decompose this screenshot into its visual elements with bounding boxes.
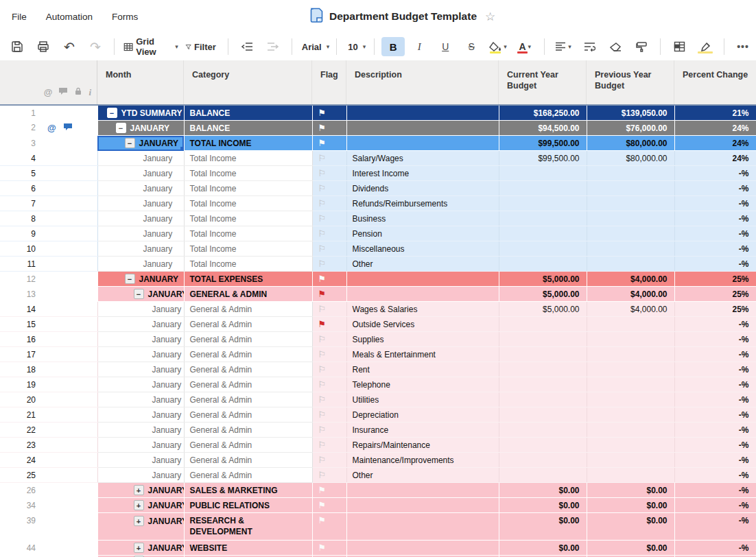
row-number-cell[interactable]: 44	[0, 541, 97, 556]
expand-icon[interactable]: +	[134, 543, 144, 553]
previous-year-budget-cell[interactable]	[587, 347, 674, 362]
comment-icon[interactable]	[63, 123, 73, 133]
row-number-cell[interactable]: 7	[0, 196, 97, 211]
percent-change-cell[interactable]: 25%	[674, 287, 756, 302]
current-year-budget-cell[interactable]: $5,000.00	[499, 272, 587, 287]
underline-button[interactable]: U	[434, 37, 457, 56]
category-cell[interactable]: Total Income	[184, 257, 312, 272]
category-cell[interactable]: BALANCE	[184, 121, 312, 136]
month-cell[interactable]: January	[97, 166, 184, 181]
current-year-budget-cell[interactable]	[499, 317, 587, 332]
collapse-icon[interactable]: −	[116, 123, 126, 133]
percent-change-cell[interactable]: -%	[674, 453, 756, 468]
row-number-cell[interactable]: 24	[0, 453, 97, 468]
category-cell[interactable]: Total Income	[184, 181, 312, 196]
percent-change-cell[interactable]: -%	[674, 407, 756, 423]
column-header-current-year[interactable]: Current Year Budget	[499, 60, 587, 104]
expand-icon[interactable]: +	[134, 516, 144, 526]
flag-cell[interactable]: ⚐	[312, 226, 346, 241]
flag-icon[interactable]: ⚐	[318, 410, 327, 420]
category-cell[interactable]: SALES & MARKETING	[184, 483, 312, 498]
description-cell[interactable]: Other	[346, 257, 499, 272]
description-cell[interactable]	[346, 541, 499, 556]
description-cell[interactable]: Interest Income	[346, 166, 499, 181]
description-cell[interactable]: Insurance	[346, 423, 499, 438]
flag-cell[interactable]: ⚑	[312, 317, 346, 332]
row-number-cell[interactable]: 2@	[0, 121, 97, 136]
row-number-cell[interactable]: 9	[0, 226, 97, 241]
description-cell[interactable]	[346, 513, 499, 541]
previous-year-budget-cell[interactable]	[587, 453, 674, 468]
month-cell[interactable]: January	[97, 257, 184, 272]
row-number-cell[interactable]: 3	[0, 136, 97, 151]
percent-change-cell[interactable]: -%	[674, 347, 756, 362]
category-cell[interactable]: General & Admin	[184, 392, 312, 407]
month-cell[interactable]: −JANUARY	[97, 121, 184, 136]
month-cell[interactable]: January	[97, 181, 184, 196]
month-cell[interactable]: January	[97, 302, 184, 317]
row-number-cell[interactable]: 1	[0, 106, 97, 121]
strikethrough-button[interactable]: S	[460, 37, 483, 56]
format-painter-button[interactable]	[630, 37, 653, 56]
previous-year-budget-cell[interactable]	[587, 181, 674, 196]
description-cell[interactable]: Salary/Wages	[346, 151, 499, 166]
current-year-budget-cell[interactable]	[499, 453, 587, 468]
description-cell[interactable]	[346, 272, 499, 287]
row-number-cell[interactable]: 17	[0, 347, 97, 362]
row-number-cell[interactable]: 39	[0, 513, 97, 541]
font-size-select[interactable]: 10 ▾	[344, 37, 367, 56]
lock-icon[interactable]	[74, 87, 82, 98]
current-year-budget-cell[interactable]	[499, 468, 587, 483]
row-number-cell[interactable]: 18	[0, 362, 97, 377]
row-number-cell[interactable]: 26	[0, 483, 97, 498]
previous-year-budget-cell[interactable]	[587, 226, 674, 241]
flag-icon[interactable]: ⚑	[318, 274, 327, 284]
category-cell[interactable]: General & Admin	[184, 438, 312, 453]
flag-cell[interactable]: ⚑	[312, 498, 346, 513]
month-cell[interactable]: January	[97, 453, 184, 468]
percent-change-cell[interactable]: -%	[674, 211, 756, 226]
percent-change-cell[interactable]: 24%	[674, 151, 756, 166]
flag-cell[interactable]: ⚐	[312, 438, 346, 453]
category-cell[interactable]: RESEARCH & DEVELOPMENT	[184, 513, 312, 541]
category-cell[interactable]: General & Admin	[184, 468, 312, 483]
description-cell[interactable]	[346, 106, 499, 121]
previous-year-budget-cell[interactable]	[587, 362, 674, 377]
month-cell[interactable]: January	[97, 151, 184, 166]
flag-icon[interactable]: ⚐	[318, 244, 327, 254]
percent-change-cell[interactable]: 24%	[674, 121, 756, 136]
description-cell[interactable]	[346, 121, 499, 136]
current-year-budget-cell[interactable]: $99,500.00	[499, 136, 587, 151]
current-year-budget-cell[interactable]	[499, 257, 587, 272]
column-header-category[interactable]: Category	[184, 60, 312, 104]
current-year-budget-cell[interactable]: $5,000.00	[499, 287, 587, 302]
flag-cell[interactable]: ⚐	[312, 377, 346, 392]
percent-change-cell[interactable]: -%	[674, 513, 756, 541]
current-year-budget-cell[interactable]: $94,500.00	[499, 121, 587, 136]
description-cell[interactable]: Maintenance/Improvements	[346, 453, 499, 468]
month-cell[interactable]: January	[97, 377, 184, 392]
current-year-budget-cell[interactable]	[499, 181, 587, 196]
description-cell[interactable]: Other	[346, 468, 499, 483]
current-year-budget-cell[interactable]: $99,500.00	[499, 151, 587, 166]
month-cell[interactable]: January	[97, 438, 184, 453]
flag-cell[interactable]: ⚑	[312, 513, 346, 541]
row-number-cell[interactable]: 10	[0, 241, 97, 257]
row-number-cell[interactable]: 5	[0, 166, 97, 181]
flag-icon[interactable]: ⚐	[318, 394, 327, 405]
category-cell[interactable]: WEBSITE	[184, 541, 312, 556]
previous-year-budget-cell[interactable]: $0.00	[587, 483, 674, 498]
description-cell[interactable]	[346, 136, 499, 151]
row-number-cell[interactable]: 19	[0, 377, 97, 392]
flag-icon[interactable]: ⚐	[318, 334, 327, 344]
description-cell[interactable]: Business	[346, 211, 499, 226]
category-cell[interactable]: General & Admin	[184, 407, 312, 423]
description-cell[interactable]: Refunds/Reimbursements	[346, 196, 499, 211]
flag-cell[interactable]: ⚐	[312, 392, 346, 407]
redo-button[interactable]: ↷	[84, 37, 107, 56]
view-selector[interactable]: Grid View ▾	[121, 37, 180, 56]
collapse-icon[interactable]: −	[125, 138, 135, 148]
previous-year-budget-cell[interactable]	[587, 166, 674, 181]
wrap-text-button[interactable]	[578, 37, 601, 56]
flag-cell[interactable]: ⚑	[312, 483, 346, 498]
